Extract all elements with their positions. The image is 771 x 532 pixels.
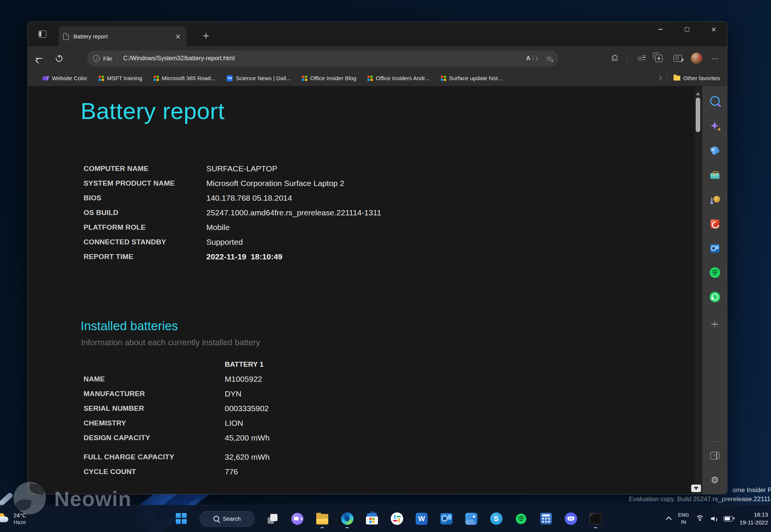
hidden-icons-chevron[interactable] <box>666 517 672 523</box>
microsoft-store-button[interactable] <box>365 512 379 526</box>
page-info-icon[interactable]: i <box>93 55 100 62</box>
new-tab-button[interactable] <box>200 30 212 41</box>
favorite-website-color[interactable]: Website Color <box>43 75 87 81</box>
battery-icon[interactable] <box>724 516 733 521</box>
language-code: ENG <box>678 512 689 518</box>
sidebar-office-button[interactable] <box>709 218 721 230</box>
clock-widget[interactable]: 18:13 19-11-2022 <box>739 511 768 526</box>
start-button[interactable] <box>175 512 188 526</box>
language-indicator[interactable]: ENG IN <box>678 512 689 525</box>
add-favorite-button[interactable]: ☆ <box>545 55 552 62</box>
tab-battery-report[interactable]: Battery report <box>59 26 187 46</box>
plus-icon <box>711 320 719 328</box>
sidebar-search-button[interactable] <box>709 95 721 107</box>
weather-text: 24°C Haze <box>14 512 26 526</box>
sidebar-add-button[interactable] <box>709 318 721 330</box>
tab-close-button[interactable] <box>174 32 182 41</box>
insider-watermark-line1: ome Insider Pr <box>732 486 771 494</box>
address-bar[interactable]: i File C:/Windows/System32/battery-repor… <box>87 50 558 66</box>
row-value: SURFACE-LAPTOP <box>206 164 277 173</box>
discord-button[interactable] <box>564 512 577 526</box>
sparkle-accent-icon <box>717 127 721 131</box>
other-favorites-button[interactable]: Other favorites <box>673 75 720 81</box>
refresh-button[interactable] <box>53 52 66 65</box>
profile-button[interactable] <box>690 52 703 65</box>
taskbar-weather-widget[interactable]: 24°C Haze <box>0 505 26 532</box>
sidebar-spotify-button[interactable] <box>709 267 721 279</box>
skype-button[interactable]: S <box>489 512 503 526</box>
feedback-hub-button[interactable] <box>465 512 478 526</box>
web-capture-button[interactable] <box>671 52 684 65</box>
scrollbar-up-arrow-icon[interactable] <box>696 90 700 95</box>
table-row: REPORT TIME2022-11-19 18:10:49 <box>84 249 498 264</box>
weather-temperature: 24°C <box>14 512 26 519</box>
sidebar-whatsapp-button[interactable] <box>709 291 721 303</box>
sidebar-games-button[interactable] <box>709 194 721 206</box>
sidebar-outlook-button[interactable] <box>709 242 721 255</box>
calculator-button[interactable] <box>539 512 553 526</box>
tab-actions-menu-button[interactable] <box>36 28 48 40</box>
ms-grid-icon <box>369 518 375 523</box>
taskbar-search-button[interactable]: Search <box>200 511 254 527</box>
sidebar-shopping-button[interactable] <box>709 144 721 156</box>
favorite-office-insider-blog[interactable]: Office Insider Blog <box>302 75 356 81</box>
favorite-m365-roadmap[interactable]: Microsoft 365 Road... <box>154 75 216 81</box>
back-button[interactable] <box>32 52 45 65</box>
page-scrollbar[interactable] <box>694 86 702 494</box>
office-logo-icon <box>710 220 719 229</box>
settings-menu-button[interactable]: ⋯ <box>709 52 722 65</box>
table-row: FULL CHARGE CAPACITY32,620 mWh <box>84 450 498 464</box>
taskbar-center-icons: Search W S <box>175 505 602 532</box>
taskbar: 24°C Haze Search W S ENG <box>0 505 771 532</box>
read-aloud-button[interactable]: A <box>526 55 538 62</box>
extensions-button[interactable] <box>608 52 621 65</box>
outlook-button[interactable] <box>440 512 453 526</box>
row-label: SERIAL NUMBER <box>84 404 225 413</box>
system-tray: ENG IN 18:13 19-11-2022 <box>667 505 768 532</box>
toolbox-icon <box>710 173 719 179</box>
chat-teams-button[interactable] <box>291 512 304 526</box>
favorite-label: Office Insiders Andr... <box>376 75 429 81</box>
sidebar-settings-button[interactable]: ⚙ <box>709 474 721 486</box>
folder-icon <box>673 76 680 81</box>
favorites-button[interactable]: ☆ <box>634 52 646 65</box>
window-close-button[interactable] <box>705 22 722 37</box>
favorite-science-news[interactable]: SNScience News | Dail... <box>227 75 291 81</box>
window-minimize-button[interactable] <box>652 22 669 37</box>
read-aloud-arc <box>531 57 533 60</box>
spotify-button[interactable] <box>514 512 528 526</box>
url-text[interactable]: C:/Windows/System32/battery-report.html <box>123 55 526 62</box>
favorite-label: MSFT training <box>107 75 142 81</box>
read-aloud-icon: A <box>526 55 531 62</box>
collections-icon <box>655 55 663 62</box>
task-view-button[interactable] <box>266 512 279 526</box>
file-explorer-icon <box>316 514 328 524</box>
slack-button[interactable] <box>390 512 404 526</box>
window-maximize-button[interactable] <box>678 22 696 37</box>
row-label: CHEMISTRY <box>84 419 225 427</box>
sidebar-customize-button[interactable] <box>709 450 721 462</box>
tab-actions-icon <box>38 30 46 38</box>
favorite-label: Microsoft 365 Road... <box>162 75 216 81</box>
windows-logo-icon <box>176 513 187 524</box>
sidebar-tools-button[interactable] <box>709 169 721 181</box>
favorites-overflow-chevron-icon[interactable] <box>657 76 662 81</box>
volume-icon[interactable] <box>711 516 717 522</box>
wifi-icon[interactable] <box>695 515 704 522</box>
favorite-surface-update-history[interactable]: Surface update hist... <box>441 75 503 81</box>
edge-browser-button[interactable] <box>340 512 354 526</box>
minimize-icon <box>658 29 663 30</box>
terminal-window-button[interactable] <box>589 512 602 526</box>
row-label: DESIGN CAPACITY <box>84 434 225 442</box>
tab-title: Battery report <box>73 33 174 40</box>
collections-button[interactable] <box>652 52 665 65</box>
website-color-icon <box>43 76 49 81</box>
favorite-office-insiders-android[interactable]: Office Insiders Andr... <box>367 75 429 81</box>
file-explorer-button[interactable] <box>315 512 329 526</box>
word-button[interactable]: W <box>415 512 428 526</box>
sidebar-discover-copilot-button[interactable] <box>709 120 721 132</box>
row-value: DYN <box>225 389 241 398</box>
scrollbar-thumb[interactable] <box>696 98 700 132</box>
favorite-msft-training[interactable]: MSFT training <box>99 75 142 81</box>
scrollbar-down-arrow-button[interactable] <box>691 485 701 492</box>
